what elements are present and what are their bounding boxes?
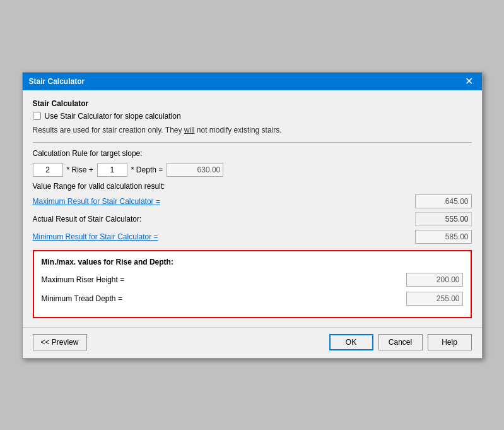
min-max-box: Min./max. values for Rise and Depth: Max… — [33, 250, 472, 318]
info-text: Results are used for stair creation only… — [33, 126, 472, 134]
min-result-label[interactable]: Minimum Result for Stair Calculator = — [33, 232, 158, 241]
depth-value-input[interactable] — [97, 163, 127, 177]
title-bar: Stair Calculator ✕ — [23, 73, 482, 90]
min-tread-input[interactable] — [406, 292, 463, 306]
divider-1 — [33, 142, 472, 143]
info-after: not modify existing stairs. — [195, 126, 282, 134]
min-tread-row: Minimum Tread Depth = — [42, 292, 463, 306]
footer-right: OK Cancel Help — [329, 334, 472, 350]
calc-rule-label: Calculation Rule for target slope: — [33, 149, 472, 158]
rise-value-input[interactable] — [33, 163, 63, 177]
info-will: will — [184, 126, 195, 134]
actual-result-label: Actual Result of Stair Calculator: — [33, 215, 142, 224]
max-riser-row: Maximum Riser Height = — [42, 273, 463, 287]
info-before: Results are used for stair creation only… — [33, 126, 184, 134]
asterisk-rise: * Rise + — [67, 165, 93, 174]
max-result-input[interactable] — [415, 194, 472, 208]
footer-left: << Preview — [33, 334, 87, 350]
footer: << Preview OK Cancel Help — [23, 327, 482, 358]
value-range-label: Value Range for valid calculation result… — [33, 182, 472, 191]
use-stair-calculator-checkbox[interactable] — [33, 112, 41, 120]
cancel-button[interactable]: Cancel — [378, 334, 423, 350]
help-button[interactable]: Help — [428, 334, 472, 350]
section-header: Stair Calculator — [33, 99, 472, 108]
min-result-row: Minimum Result for Stair Calculator = — [33, 230, 472, 244]
use-stair-calculator-label: Use Stair Calculator for slope calculati… — [45, 112, 181, 121]
stair-calculator-dialog: Stair Calculator ✕ Stair Calculator Use … — [22, 72, 483, 359]
min-tread-label: Minimum Tread Depth = — [42, 294, 122, 303]
calc-rule-row: * Rise + * Depth = — [33, 163, 472, 177]
use-stair-calculator-row: Use Stair Calculator for slope calculati… — [33, 112, 472, 121]
min-result-input[interactable] — [415, 230, 472, 244]
dialog-title: Stair Calculator — [29, 77, 85, 86]
max-result-label[interactable]: Maximum Result for Stair Calculator = — [33, 197, 160, 206]
max-result-row: Maximum Result for Stair Calculator = — [33, 194, 472, 208]
actual-result-input[interactable] — [415, 212, 472, 226]
max-riser-label: Maximum Riser Height = — [42, 275, 125, 284]
actual-result-row: Actual Result of Stair Calculator: — [33, 212, 472, 226]
calc-result-input[interactable] — [167, 163, 223, 177]
dialog-body: Stair Calculator Use Stair Calculator fo… — [23, 90, 482, 327]
min-max-box-title: Min./max. values for Rise and Depth: — [42, 258, 463, 266]
preview-button[interactable]: << Preview — [33, 334, 87, 350]
ok-button[interactable]: OK — [329, 334, 373, 350]
max-riser-input[interactable] — [406, 273, 463, 287]
close-button[interactable]: ✕ — [462, 76, 476, 87]
asterisk-depth: * Depth = — [131, 165, 163, 174]
